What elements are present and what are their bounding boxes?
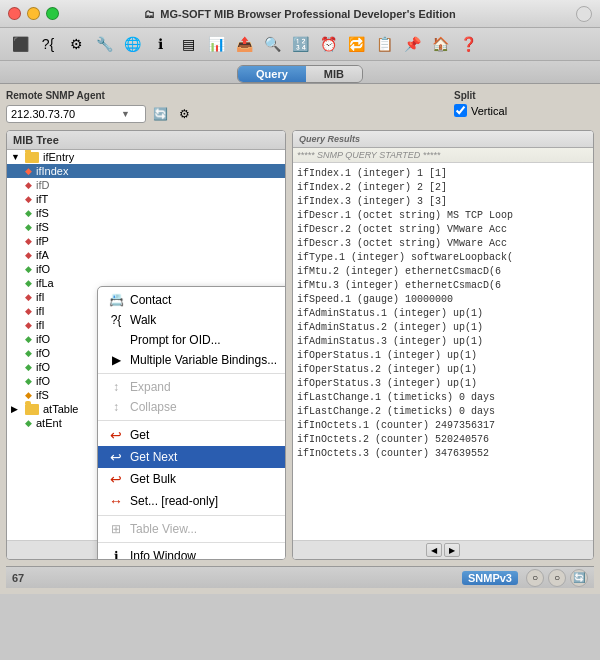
tree-label-ifs3: ifS xyxy=(36,389,49,401)
tree-item-ifs1[interactable]: ◆ ifS xyxy=(7,206,285,220)
agent-row: ▼ 🔄 ⚙ xyxy=(6,104,444,124)
toolbar-icon-6[interactable]: ℹ xyxy=(148,32,172,56)
toolbar-icon-2[interactable]: ?{ xyxy=(36,32,60,56)
get-icon: ↩ xyxy=(108,427,124,443)
menu-item-get[interactable]: ↩ Get ▶ xyxy=(98,424,286,446)
result-line-3: ifDescr.1 (octet string) MS TCP Loop xyxy=(297,209,589,223)
tree-label-ifd: ifD xyxy=(36,179,49,191)
query-results-panel: Query Results ***** SNMP QUERY STARTED *… xyxy=(292,130,594,560)
collapse-icon: ↕ xyxy=(108,400,124,414)
result-line-12: ifAdminStatus.3 (integer) up(1) xyxy=(297,335,589,349)
multiple-icon: ▶ xyxy=(108,353,124,367)
split-option-label: Vertical xyxy=(471,105,507,117)
toolbar-icon-1[interactable]: ⬛ xyxy=(8,32,32,56)
toolbar-icon-11[interactable]: 🔢 xyxy=(288,32,312,56)
top-controls: Remote SNMP Agent ▼ 🔄 ⚙ Split Vertical xyxy=(6,90,594,124)
set-icon: ↔ xyxy=(108,493,124,509)
result-line-0: ifIndex.1 (integer) 1 [1] xyxy=(297,167,589,181)
dropdown-arrow-icon[interactable]: ▼ xyxy=(121,109,130,119)
result-line-9: ifSpeed.1 (gauge) 10000000 xyxy=(297,293,589,307)
toolbar-icon-17[interactable]: ❓ xyxy=(456,32,480,56)
agent-refresh-button[interactable]: 🔄 xyxy=(150,104,170,124)
separator-4 xyxy=(98,542,286,543)
diamond-icon-ifo3: ◆ xyxy=(25,348,32,358)
agent-input[interactable] xyxy=(11,108,121,120)
query-results-content[interactable]: ifIndex.1 (integer) 1 [1] ifIndex.2 (int… xyxy=(293,163,593,540)
toolbar-icon-5[interactable]: 🌐 xyxy=(120,32,144,56)
status-icon-1[interactable]: ○ xyxy=(526,569,544,587)
title-icon: 🗂 xyxy=(144,8,155,20)
menu-item-info[interactable]: ℹ Info Window ▶ xyxy=(98,546,286,560)
maximize-button[interactable] xyxy=(46,7,59,20)
toolbar-icon-8[interactable]: 📊 xyxy=(204,32,228,56)
split-vertical-checkbox[interactable]: Vertical xyxy=(454,104,507,117)
status-number: 67 xyxy=(12,572,24,584)
agent-input-wrapper[interactable]: ▼ xyxy=(6,105,146,123)
query-scroll-left-button[interactable]: ◀ xyxy=(426,543,442,557)
status-icon-refresh[interactable]: 🔄 xyxy=(570,569,588,587)
toolbar-icon-4[interactable]: 🔧 xyxy=(92,32,116,56)
context-menu: 📇 Contact ⌘A ?{ Walk Prompt for OID... xyxy=(97,286,286,560)
result-line-16: ifLastChange.1 (timeticks) 0 days xyxy=(297,391,589,405)
agent-settings-button[interactable]: ⚙ xyxy=(174,104,194,124)
minimize-button[interactable] xyxy=(27,7,40,20)
split-checkbox-input[interactable] xyxy=(454,104,467,117)
tree-item-ift[interactable]: ◆ ifT xyxy=(7,192,285,206)
tree-label-ifindex: ifIndex xyxy=(36,165,68,177)
tree-item-ifa[interactable]: ◆ ifA xyxy=(7,248,285,262)
menu-label-walk: Walk xyxy=(130,313,156,327)
tab-mib[interactable]: MIB xyxy=(306,66,362,82)
toolbar-icon-14[interactable]: 📋 xyxy=(372,32,396,56)
table-view-icon: ⊞ xyxy=(108,522,124,536)
menu-label-prompt-oid: Prompt for OID... xyxy=(130,333,221,347)
result-line-4: ifDescr.2 (octet string) VMware Acc xyxy=(297,223,589,237)
tree-item-ifindex[interactable]: ◆ ifIndex xyxy=(7,164,285,178)
menu-label-expand: Expand xyxy=(130,380,171,394)
status-icon-2[interactable]: ○ xyxy=(548,569,566,587)
result-line-18: ifInOctets.1 (counter) 2497356317 xyxy=(297,419,589,433)
tab-query[interactable]: Query xyxy=(238,66,306,82)
toolbar-icon-3[interactable]: ⚙ xyxy=(64,32,88,56)
menu-label-contact: Contact xyxy=(130,293,171,307)
diamond-icon-ifa: ◆ xyxy=(25,250,32,260)
toolbar-icon-9[interactable]: 📤 xyxy=(232,32,256,56)
split-section: Split Vertical xyxy=(454,90,594,117)
toolbar-icon-10[interactable]: 🔍 xyxy=(260,32,284,56)
info-icon: ℹ xyxy=(108,549,124,560)
toolbar-icon-15[interactable]: 📌 xyxy=(400,32,424,56)
query-scroll-right-button[interactable]: ▶ xyxy=(444,543,460,557)
close-button[interactable] xyxy=(8,7,21,20)
result-line-8: ifMtu.3 (integer) ethernetCsmacD(6 xyxy=(297,279,589,293)
menu-item-get-bulk[interactable]: ↩ Get Bulk xyxy=(98,468,286,490)
toolbar-icon-12[interactable]: ⏰ xyxy=(316,32,340,56)
tree-item-ifd[interactable]: ◆ ifD xyxy=(7,178,285,192)
tree-label-ift: ifT xyxy=(36,193,48,205)
tree-item-ifs2[interactable]: ◆ ifS xyxy=(7,220,285,234)
menu-item-multiple[interactable]: ▶ Multiple Variable Bindings... ▶ xyxy=(98,350,286,370)
toolbar-icon-13[interactable]: 🔁 xyxy=(344,32,368,56)
toolbar-icon-16[interactable]: 🏠 xyxy=(428,32,452,56)
toolbar: ⬛ ?{ ⚙ 🔧 🌐 ℹ ▤ 📊 📤 🔍 🔢 ⏰ 🔁 📋 📌 🏠 ❓ xyxy=(0,28,600,61)
tree-item-ifo[interactable]: ◆ ifO xyxy=(7,262,285,276)
menu-item-contact[interactable]: 📇 Contact ⌘A xyxy=(98,290,286,310)
status-bar: 67 SNMPv3 ○ ○ 🔄 xyxy=(6,566,594,588)
attable-folder-icon xyxy=(25,404,39,415)
menu-label-collapse: Collapse xyxy=(130,400,177,414)
menu-item-prompt-oid[interactable]: Prompt for OID... ⌘O xyxy=(98,330,286,350)
menu-item-set[interactable]: ↔ Set... [read-only] ⌘S xyxy=(98,490,286,512)
tab-group: Query MIB xyxy=(237,65,363,83)
tree-item-ifp[interactable]: ◆ ifP xyxy=(7,234,285,248)
diamond-icon-ifs1: ◆ xyxy=(25,208,32,218)
window-buttons[interactable] xyxy=(8,7,59,20)
status-icons: ○ ○ 🔄 xyxy=(526,569,588,587)
title-bar: 🗂 MG-SOFT MIB Browser Professional Devel… xyxy=(0,0,600,28)
tree-root[interactable]: ▼ ifEntry xyxy=(7,150,285,164)
resize-icon[interactable] xyxy=(576,6,592,22)
menu-item-walk[interactable]: ?{ Walk xyxy=(98,310,286,330)
result-line-20: ifInOctets.3 (counter) 347639552 xyxy=(297,447,589,461)
toolbar-icon-7[interactable]: ▤ xyxy=(176,32,200,56)
menu-item-get-next[interactable]: ↩ Get Next ▶ xyxy=(98,446,286,468)
snmp-version-badge[interactable]: SNMPv3 xyxy=(462,571,518,585)
diamond-icon-ifp: ◆ xyxy=(25,236,32,246)
tree-label-ifi3: ifI xyxy=(36,319,45,331)
